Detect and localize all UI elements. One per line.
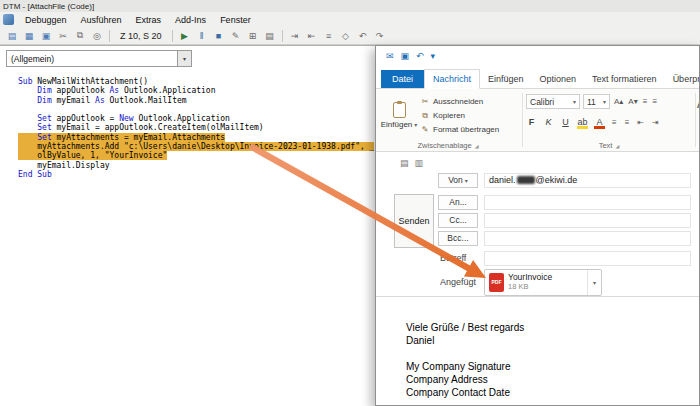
subject-field[interactable]	[484, 251, 691, 266]
view-host-app-icon[interactable]: ▤	[4, 29, 20, 43]
attached-label: Angefügt	[438, 277, 478, 287]
highlight-color-bar	[577, 126, 588, 129]
menu-item-fenster[interactable]: Fenster	[213, 14, 258, 26]
font-color-button[interactable]: A	[594, 117, 605, 127]
dialog-launcher-icon[interactable]: ◢	[475, 143, 479, 149]
format-painter-icon: ✎	[420, 125, 430, 134]
bookmark-icon[interactable]: ◇	[338, 29, 354, 43]
tab-überprüfen[interactable]: Überprüfen	[665, 70, 700, 88]
run-icon[interactable]: ▶	[177, 29, 193, 43]
compose-header: ▤▥ Senden Von ▾ daniel. @ekiwi.de An... …	[376, 152, 699, 297]
indent-icon[interactable]: ⇥	[287, 29, 303, 43]
copy-button[interactable]: ⧉ Kopieren	[420, 109, 499, 122]
chevron-down-icon: ▾	[414, 121, 417, 128]
tab-einfügen[interactable]: Einfügen	[480, 70, 532, 88]
font-color-bar	[594, 126, 605, 129]
comment-block-icon[interactable]: ≡	[321, 29, 337, 43]
italic-button[interactable]: K	[543, 117, 554, 127]
attachment-menu-icon[interactable]: ▾	[587, 270, 601, 295]
quick-access-toolbar: ✉▣↶▾	[376, 46, 699, 66]
address-book-icon[interactable]: ▤	[400, 158, 409, 168]
mail-item-icon[interactable]: ✉	[386, 51, 394, 61]
clipboard-group-text: Zwischenablage	[417, 141, 471, 150]
vba-menubar-items: DebuggenAusführenExtrasAdd-InsFenster	[18, 14, 258, 26]
font-name-value: Calibri	[530, 97, 554, 107]
chevron-down-icon: ▾	[465, 177, 468, 184]
bold-button[interactable]: F	[526, 117, 537, 127]
from-field[interactable]: daniel. @ekiwi.de	[484, 173, 691, 188]
align-center-icon[interactable]: ≡	[624, 118, 631, 127]
font-name-select[interactable]: Calibri ▾	[526, 94, 580, 109]
outdent-icon[interactable]: ⇤	[304, 29, 320, 43]
cc-field[interactable]	[484, 213, 691, 228]
ribbon-divider	[695, 93, 696, 147]
cc-button[interactable]: Cc...	[438, 213, 478, 228]
indent-increase-icon[interactable]: ⇥	[651, 118, 660, 127]
bcc-button[interactable]: Bcc...	[438, 231, 478, 246]
text-highlight-button[interactable]: ab	[577, 117, 588, 127]
cc-row: Cc...	[438, 212, 691, 228]
properties-window-icon[interactable]: ▤	[262, 29, 278, 43]
attachment-info: YourInvoice 18 KB	[504, 273, 587, 291]
save-icon[interactable]: ▣	[401, 51, 410, 61]
qat-customize-icon[interactable]: ▾	[431, 51, 436, 61]
from-button[interactable]: Von ▾	[438, 173, 478, 188]
reset-icon[interactable]: ■	[211, 29, 227, 43]
paste-button[interactable]: Einfügen ▾	[381, 93, 417, 137]
outlook-tabs: DateiNachrichtEinfügenOptionenText forma…	[376, 66, 699, 89]
grow-font-icon[interactable]: A▴	[613, 97, 624, 106]
tab-optionen[interactable]: Optionen	[532, 70, 585, 88]
undo-icon[interactable]: ↶	[416, 51, 424, 61]
find-icon[interactable]: ◎	[89, 29, 105, 43]
break-icon[interactable]: ‖	[194, 29, 210, 43]
bcc-field[interactable]	[484, 231, 691, 246]
tab-datei[interactable]: Datei	[381, 70, 424, 88]
font-size-value: 11	[587, 97, 596, 107]
to-row: An...	[438, 194, 691, 210]
body-line: Viele Grüße / Best regards	[406, 321, 699, 334]
object-dropdown[interactable]: (Allgemein) ▾	[6, 50, 192, 67]
undo-icon[interactable]: ↶	[355, 29, 371, 43]
insert-userform-icon[interactable]: ▦	[21, 29, 37, 43]
align-left-icon[interactable]: ≡	[611, 118, 618, 127]
bullet-list-icon[interactable]: ≡	[642, 97, 649, 106]
body-line: My Company Signature	[406, 360, 699, 373]
tab-nachricht[interactable]: Nachricht	[424, 69, 480, 89]
cut-button[interactable]: ✂ Ausschneiden	[420, 95, 499, 108]
attachment-chip[interactable]: PDF YourInvoice 18 KB ▾	[484, 269, 602, 296]
to-field[interactable]	[484, 195, 691, 210]
cut-icon[interactable]: ✂	[55, 29, 71, 43]
tab-text-formatieren[interactable]: Text formatieren	[584, 70, 665, 88]
check-names-icon[interactable]: ▥	[415, 158, 424, 168]
paste-label: Einfügen	[381, 120, 413, 129]
design-mode-icon[interactable]: ✎	[228, 29, 244, 43]
menu-item-extras[interactable]: Extras	[129, 14, 169, 26]
menu-item-add-ins[interactable]: Add-Ins	[168, 14, 213, 26]
from-email-prefix: daniel.	[489, 175, 516, 185]
send-button[interactable]: Senden	[394, 194, 434, 248]
toolbar-separator	[282, 30, 283, 42]
bcc-row: Bcc...	[438, 230, 691, 246]
indent-decrease-icon[interactable]: ⇤	[636, 118, 645, 127]
numbered-list-icon[interactable]: ≡	[651, 97, 658, 106]
to-button[interactable]: An...	[438, 195, 478, 210]
dropdown-arrow-icon[interactable]: ▾	[177, 51, 191, 66]
font-row-2: F K U ab A ≡ ≡ ⇤ ⇥	[526, 114, 660, 127]
save-icon[interactable]: ▣	[38, 29, 54, 43]
redo-icon[interactable]: ↷	[372, 29, 388, 43]
project-explorer-icon[interactable]: ⊞	[245, 29, 261, 43]
message-body[interactable]: Viele Grüße / Best regardsDaniel My Comp…	[376, 297, 699, 406]
dialog-launcher-icon[interactable]: ◢	[615, 143, 619, 149]
underline-button[interactable]: U	[560, 117, 571, 127]
format-painter-button[interactable]: ✎ Format übertragen	[420, 123, 499, 136]
copy-label: Kopieren	[433, 111, 465, 120]
vba-menubar: DebuggenAusführenExtrasAdd-InsFenster	[0, 12, 700, 27]
cut-label: Ausschneiden	[433, 97, 483, 106]
menu-item-ausf-hren[interactable]: Ausführen	[74, 14, 129, 26]
vba-toolbar: ▤▦▣✂⧉◎ Z 10, S 20 ▶‖■✎⊞▤ ⇥⇤≡◇↶↷	[0, 27, 700, 45]
font-size-select[interactable]: 11 ▾	[583, 94, 610, 109]
copy-icon[interactable]: ⧉	[72, 29, 88, 43]
toolbar-separator	[172, 30, 173, 42]
menu-item-debuggen[interactable]: Debuggen	[18, 14, 74, 26]
shrink-font-icon[interactable]: A▾	[627, 97, 638, 106]
